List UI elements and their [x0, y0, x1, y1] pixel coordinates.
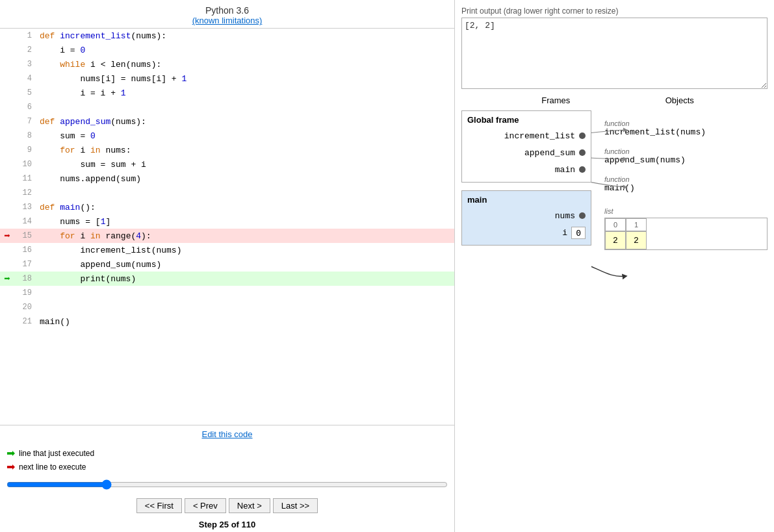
frame-var-name: i	[562, 228, 567, 238]
line-num: 2	[14, 43, 37, 57]
obj-name: append_sum(nums)	[604, 155, 768, 165]
next-button[interactable]: Next >	[229, 498, 270, 513]
line-num: 4	[14, 71, 37, 86]
list-index-cell: 0	[605, 218, 626, 231]
table-row: 2 i = 0	[0, 43, 454, 57]
table-row: ➡ 15 for i in range(4):	[0, 229, 454, 243]
line-num: 1	[14, 29, 37, 43]
slider-area	[0, 477, 454, 494]
line-num: 11	[14, 171, 37, 186]
code-col: while i < len(nums):	[37, 57, 454, 71]
obj-item-list: list 0 1 2 2	[604, 207, 768, 250]
frame-row: append_sum	[467, 144, 586, 161]
arrow-col	[0, 200, 14, 214]
global-frame-box: Global frame increment_list append_sum m…	[461, 110, 591, 183]
legend-green-item: ➡ line that just executed	[6, 447, 448, 459]
arrow-col	[0, 171, 14, 186]
frames-label: Frames	[541, 95, 570, 105]
print-output-box: [2, 2]	[461, 18, 768, 89]
line-num: 3	[14, 57, 37, 71]
frame-row: nums	[467, 207, 586, 224]
code-col: nums.append(sum)	[37, 171, 454, 186]
code-col: def append_sum(nums):	[37, 114, 454, 129]
line-num: 15	[14, 229, 37, 243]
table-row: 19	[0, 286, 454, 300]
prev-button[interactable]: < Prev	[185, 498, 226, 513]
code-col: for i in range(4):	[37, 229, 454, 243]
green-arrow-icon: ➡	[4, 273, 10, 285]
code-col	[37, 100, 454, 114]
list-indices: 0 1	[605, 218, 767, 231]
python-version-title: Python 3.6	[0, 5, 454, 16]
step-info: Step 25 of 110	[0, 517, 454, 532]
table-row: 16 increment_list(nums)	[0, 243, 454, 257]
print-output-value: [2, 2]	[465, 21, 495, 31]
table-row: 7 def append_sum(nums):	[0, 114, 454, 129]
table-row: 3 while i < len(nums):	[0, 57, 454, 71]
right-panel: Print output (drag lower right corner to…	[455, 0, 774, 532]
edit-link-area: Edit this code	[0, 425, 454, 443]
table-row: 10 sum = sum + i	[0, 157, 454, 171]
last-button[interactable]: Last >>	[273, 498, 318, 513]
list-value-cell: 2	[626, 231, 647, 249]
line-num: 21	[14, 314, 37, 329]
table-row: ➡ 18 print(nums)	[0, 272, 454, 286]
code-col: i = i + 1	[37, 86, 454, 100]
arrow-col	[0, 243, 14, 257]
frame-pointer-nums	[579, 212, 586, 219]
edit-this-code-link[interactable]: Edit this code	[201, 429, 252, 439]
viz-headers: Frames Objects	[461, 95, 768, 105]
line-num: 19	[14, 286, 37, 300]
line-num: 16	[14, 243, 37, 257]
known-limitations-link[interactable]: (known limitations)	[192, 16, 263, 25]
line-num: 13	[14, 200, 37, 214]
frame-var-name: main	[555, 165, 575, 175]
code-scroll[interactable]: 1 def increment_list(nums): 2 i = 0	[0, 29, 454, 425]
viz-area: Frames Objects Global frame increment_li…	[461, 95, 768, 260]
obj-name: main()	[604, 183, 768, 193]
frame-row: i 0	[467, 224, 586, 241]
legend-red-item: ➡ next line to execute	[6, 461, 448, 473]
code-table: 1 def increment_list(nums): 2 i = 0	[0, 29, 454, 329]
table-row: 6	[0, 100, 454, 114]
table-row: 17 append_sum(nums)	[0, 257, 454, 272]
list-values: 2 2	[605, 231, 767, 249]
code-col	[37, 300, 454, 314]
list-index-cell: 1	[626, 218, 647, 231]
list-box: 0 1 2 2	[604, 218, 768, 250]
code-col: nums = [1]	[37, 214, 454, 229]
left-panel: Python 3.6 (known limitations) 1 def inc…	[0, 0, 455, 532]
frame-var-name: nums	[555, 211, 575, 221]
frame-row: increment_list	[467, 127, 586, 144]
table-row: 9 for i in nums:	[0, 143, 454, 157]
obj-item-increment-list: function increment_list(nums)	[604, 120, 768, 137]
arrow-col	[0, 143, 14, 157]
table-row: 20	[0, 300, 454, 314]
code-col: sum = sum + i	[37, 157, 454, 171]
legend-green-label: line that just executed	[19, 449, 94, 458]
code-col: nums[i] = nums[i] + 1	[37, 71, 454, 86]
code-col: for i in nums:	[37, 143, 454, 157]
arrow-col	[0, 129, 14, 143]
step-slider[interactable]	[6, 479, 448, 490]
frame-row: main	[467, 161, 586, 178]
code-col: def main():	[37, 200, 454, 214]
arrow-col	[0, 257, 14, 272]
objects-label: Objects	[665, 95, 694, 105]
arrow-col	[0, 114, 14, 129]
obj-label: function	[604, 120, 768, 127]
first-button[interactable]: << First	[136, 498, 182, 513]
list-value-cell: 2	[605, 231, 626, 249]
table-row: 5 i = i + 1	[0, 86, 454, 100]
table-row: 8 sum = 0	[0, 129, 454, 143]
frames-objects-container: Global frame increment_list append_sum m…	[461, 110, 768, 260]
table-row: 11 nums.append(sum)	[0, 171, 454, 186]
frame-pointer-increment-list	[579, 133, 586, 139]
arrow-col	[0, 157, 14, 171]
table-row: 4 nums[i] = nums[i] + 1	[0, 71, 454, 86]
objects-col: function increment_list(nums) function a…	[591, 110, 768, 260]
code-col	[37, 186, 454, 200]
arrow-col	[0, 43, 14, 57]
red-arrow-icon: ➡	[4, 231, 10, 242]
main-frame-box: main nums i 0	[461, 190, 591, 246]
